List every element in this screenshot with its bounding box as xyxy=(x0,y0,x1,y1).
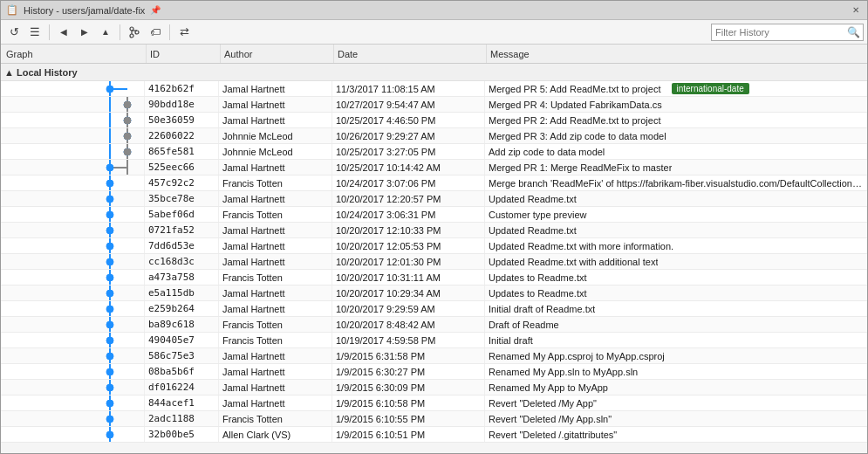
date-cell: 10/20/2017 10:31:11 AM xyxy=(332,270,485,285)
message-cell: Merged PR 4: Updated FabrikamData.cs xyxy=(485,97,867,112)
table-row[interactable]: a473a758Francis Totten10/20/2017 10:31:1… xyxy=(1,270,867,285)
column-headers: Graph ID Author Date Message xyxy=(1,45,867,64)
graph-cell xyxy=(1,427,145,442)
author-cell: Jamal Hartnett xyxy=(219,223,332,237)
author-cell: Francis Totten xyxy=(219,333,332,347)
message-cell: Add zip code to data model xyxy=(485,144,867,159)
branch-button[interactable] xyxy=(125,23,144,42)
table-row[interactable]: df016224Jamal Hartnett1/9/2015 6:30:09 P… xyxy=(1,380,867,396)
table-row[interactable]: 490405e7Francis Totten10/19/2017 4:59:58… xyxy=(1,333,867,348)
date-cell: 1/9/2015 6:10:58 PM xyxy=(332,396,485,410)
date-cell: 1/9/2015 6:10:51 PM xyxy=(332,427,485,442)
compare-button[interactable]: ⇄ xyxy=(174,23,194,42)
separator-1 xyxy=(49,24,50,40)
svg-point-8 xyxy=(106,86,113,93)
table-row[interactable]: 2adc1188Francis Totten1/9/2015 6:10:55 P… xyxy=(1,411,867,427)
graph-cell xyxy=(1,144,145,159)
id-cell: 22606022 xyxy=(145,128,219,143)
svg-point-52 xyxy=(106,353,113,360)
refresh-button[interactable]: ↺ xyxy=(4,23,24,42)
table-row[interactable]: e259b264Jamal Hartnett10/20/2017 9:29:59… xyxy=(1,301,867,317)
graph-cell xyxy=(1,113,145,127)
id-cell: 32b00be5 xyxy=(145,427,219,442)
table-row[interactable]: 35bce78eJamal Hartnett10/20/2017 12:20:5… xyxy=(1,191,867,207)
svg-point-32 xyxy=(106,196,113,203)
svg-point-16 xyxy=(124,117,131,124)
title-bar-controls: ✕ xyxy=(850,4,862,17)
author-cell: Jamal Hartnett xyxy=(219,160,332,175)
table-row[interactable]: 7dd6d53eJamal Hartnett10/20/2017 12:05:5… xyxy=(1,238,867,254)
author-cell: Jamal Hartnett xyxy=(219,254,332,269)
table-row[interactable]: 08ba5b6fJamal Hartnett1/9/2015 6:30:27 P… xyxy=(1,364,867,380)
id-cell: 2adc1188 xyxy=(145,411,219,426)
message-cell: Merged PR 3: Add zip code to data model xyxy=(485,128,867,143)
tag-button[interactable]: 🏷 xyxy=(146,23,165,42)
table-row[interactable]: 90bdd18eJamal Hartnett10/27/2017 9:54:47… xyxy=(1,97,867,113)
table-row[interactable]: 0721fa52Jamal Hartnett10/20/2017 12:10:3… xyxy=(1,223,867,238)
author-cell: Jamal Hartnett xyxy=(219,81,332,96)
date-cell: 11/3/2017 11:08:15 AM xyxy=(332,81,485,96)
svg-point-12 xyxy=(124,101,131,108)
date-cell: 1/9/2015 6:10:55 PM xyxy=(332,411,485,426)
table-row[interactable]: 4162b62fJamal Hartnett11/3/2017 11:08:15… xyxy=(1,81,867,97)
nav-forward-button[interactable]: ▶ xyxy=(75,23,94,42)
author-cell: Jamal Hartnett xyxy=(219,396,332,410)
svg-point-28 xyxy=(106,164,113,171)
graph-cell xyxy=(1,254,145,269)
table-row[interactable]: 586c75e3Jamal Hartnett1/9/2015 6:31:58 P… xyxy=(1,348,867,364)
svg-point-36 xyxy=(106,227,113,234)
table-row[interactable]: 865fe581Johnnie McLeod10/25/2017 3:27:05… xyxy=(1,144,867,160)
title-bar-left: 📋 History - users/jamal/date-fix 📌 xyxy=(6,4,161,16)
id-cell: 4162b62f xyxy=(145,81,219,96)
message-cell: Initial draft xyxy=(485,333,867,347)
nav-back-button[interactable]: ◀ xyxy=(54,23,73,42)
rows-container[interactable]: 4162b62fJamal Hartnett11/3/2017 11:08:15… xyxy=(1,81,867,453)
date-cell: 10/20/2017 12:01:30 PM xyxy=(332,254,485,269)
message-cell: Revert "Deleted /My App.sln" xyxy=(485,411,867,426)
table-row[interactable]: 525eec66Jamal Hartnett10/25/2017 10:14:4… xyxy=(1,160,867,175)
filter-wrap: 🔍 xyxy=(711,24,864,41)
title-bar: 📋 History - users/jamal/date-fix 📌 ✕ xyxy=(1,1,867,20)
svg-point-38 xyxy=(106,243,113,250)
list-button[interactable]: ☰ xyxy=(25,23,44,42)
graph-cell xyxy=(1,175,145,190)
table-row[interactable]: 457c92c2Francis Totten10/24/2017 3:07:06… xyxy=(1,175,867,191)
table-row[interactable]: ba89c618Francis Totten10/20/2017 8:48:42… xyxy=(1,317,867,333)
author-cell: Jamal Hartnett xyxy=(219,113,332,127)
id-cell: 0721fa52 xyxy=(145,223,219,237)
table-row[interactable]: 32b00be5Allen Clark (VS)1/9/2015 6:10:51… xyxy=(1,427,867,443)
author-cell: Francis Totten xyxy=(219,317,332,332)
svg-point-42 xyxy=(106,274,113,281)
table-row[interactable]: 5abef06dFrancis Totten10/24/2017 3:06:31… xyxy=(1,207,867,223)
filter-input[interactable] xyxy=(711,24,864,41)
graph-cell xyxy=(1,364,145,379)
table-row[interactable]: 844acef1Jamal Hartnett1/9/2015 6:10:58 P… xyxy=(1,396,867,411)
toolbar-right: 🔍 xyxy=(711,24,864,41)
table-row[interactable]: cc168d3cJamal Hartnett10/20/2017 12:01:3… xyxy=(1,254,867,270)
table-row[interactable]: 22606022Johnnie McLeod10/26/2017 9:29:27… xyxy=(1,128,867,144)
table-row[interactable]: 50e36059Jamal Hartnett10/25/2017 4:46:50… xyxy=(1,113,867,128)
graph-cell xyxy=(1,270,145,285)
svg-point-24 xyxy=(124,148,131,155)
message-cell: Renamed My App to MyApp xyxy=(485,380,867,395)
message-cell: Updates to Readme.txt xyxy=(485,285,867,300)
id-cell: 08ba5b6f xyxy=(145,364,219,379)
date-cell: 10/20/2017 12:05:53 PM xyxy=(332,238,485,253)
message-cell: Updated Readme.txt xyxy=(485,223,867,237)
table-row[interactable]: e5a115dbJamal Hartnett10/20/2017 10:29:3… xyxy=(1,285,867,301)
graph-cell xyxy=(1,333,145,347)
id-cell: df016224 xyxy=(145,380,219,395)
close-icon[interactable]: ✕ xyxy=(850,4,862,17)
graph-cell xyxy=(1,238,145,253)
date-cell: 10/20/2017 12:10:33 PM xyxy=(332,223,485,237)
nav-up-button[interactable]: ▲ xyxy=(96,23,115,42)
svg-point-44 xyxy=(106,290,113,297)
message-cell: Updated Readme.txt with more information… xyxy=(485,238,867,253)
svg-point-62 xyxy=(106,431,113,438)
pin-icon: 📌 xyxy=(150,5,161,15)
date-cell: 10/25/2017 3:27:05 PM xyxy=(332,144,485,159)
window-icon: 📋 xyxy=(6,4,18,16)
id-cell: e5a115db xyxy=(145,285,219,300)
author-cell: Jamal Hartnett xyxy=(219,97,332,112)
id-cell: 90bdd18e xyxy=(145,97,219,112)
